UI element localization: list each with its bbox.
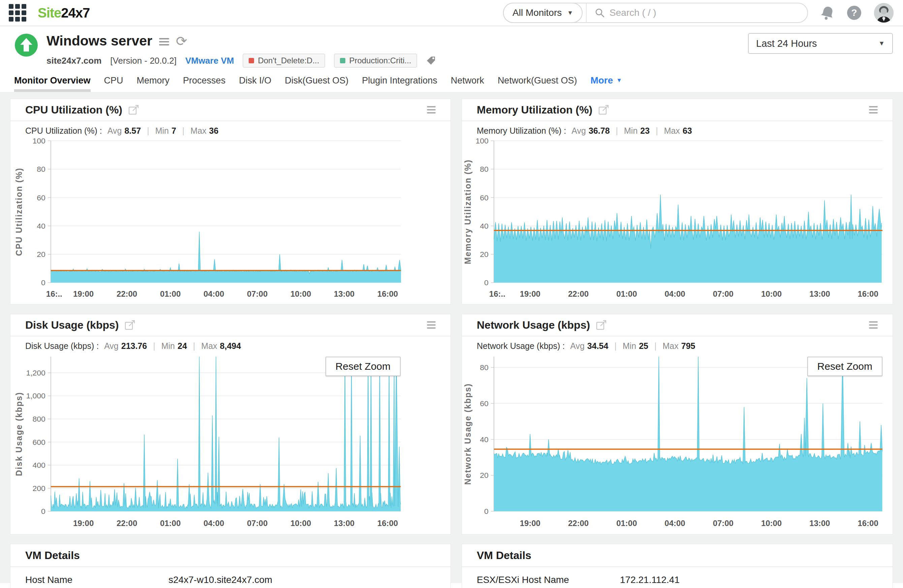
- tab-network[interactable]: Network: [451, 75, 484, 92]
- svg-text:80: 80: [37, 165, 46, 173]
- expand-chart-icon[interactable]: [125, 320, 135, 330]
- svg-text:13:00: 13:00: [809, 519, 830, 528]
- search-input[interactable]: [609, 8, 807, 18]
- network-stats-row: Network Usage (kbps) : Avg34.54 | Min25 …: [462, 336, 892, 351]
- svg-text:80: 80: [480, 363, 489, 372]
- svg-text:04:00: 04:00: [203, 289, 224, 298]
- tab-processes[interactable]: Processes: [183, 75, 225, 92]
- panel-title: CPU Utilization (%): [25, 104, 122, 116]
- tag-icon[interactable]: [426, 56, 436, 66]
- disk-stats-row: Disk Usage (kbps) : Avg213.76 | Min24 | …: [11, 336, 450, 351]
- tab-plugin-integrations[interactable]: Plugin Integrations: [362, 75, 437, 92]
- svg-text:16:00: 16:00: [857, 519, 878, 528]
- svg-text:07:00: 07:00: [713, 519, 733, 528]
- monitor-version: [Version - 20.0.2]: [110, 56, 176, 66]
- site24x7-logo[interactable]: Site24x7: [38, 5, 90, 20]
- panel-menu-icon[interactable]: [869, 321, 878, 329]
- tag-label: Don't_Delete:D...: [258, 56, 319, 65]
- svg-text:04:00: 04:00: [664, 519, 685, 528]
- tab-monitor-overview[interactable]: Monitor Overview: [14, 75, 91, 92]
- tab-disk-io[interactable]: Disk I/O: [239, 75, 271, 92]
- tag-dont-delete[interactable]: Don't_Delete:D...: [242, 53, 325, 68]
- svg-text:800: 800: [33, 415, 46, 423]
- svg-text:16:..: 16:..: [46, 289, 62, 298]
- tag-color-dot: [249, 58, 254, 63]
- dashboard-grid: CPU Utilization (%) CPU Utilization (%) …: [0, 92, 903, 583]
- time-range-dropdown[interactable]: Last 24 Hours ▼: [748, 33, 893, 54]
- panel-menu-icon[interactable]: [427, 321, 436, 329]
- tab-disk-guest-os[interactable]: Disk(Guest OS): [285, 75, 348, 92]
- refresh-icon[interactable]: ⟳: [176, 36, 187, 47]
- search-icon: [595, 8, 605, 18]
- tab-network-guest-os[interactable]: Network(Guest OS): [498, 75, 577, 92]
- expand-chart-icon[interactable]: [128, 104, 139, 115]
- cpu-stats-row: CPU Utilization (%) : Avg8.57 | Min7 | M…: [11, 121, 450, 136]
- notification-bell-icon[interactable]: [821, 5, 834, 20]
- svg-text:22:00: 22:00: [116, 289, 137, 298]
- vmware-vm-link[interactable]: VMware VM: [185, 56, 234, 66]
- panel-menu-icon[interactable]: [869, 106, 878, 113]
- tab-more[interactable]: More ▼: [590, 75, 622, 92]
- svg-text:22:00: 22:00: [116, 519, 137, 528]
- monitor-scope-label: All Monitors: [513, 8, 562, 18]
- monitor-scope-dropdown[interactable]: All Monitors ▼: [503, 3, 582, 23]
- svg-text:10:00: 10:00: [761, 289, 782, 298]
- svg-text:10:00: 10:00: [761, 519, 782, 528]
- svg-text:22:00: 22:00: [568, 289, 588, 298]
- svg-text:10:00: 10:00: [291, 289, 311, 298]
- panel-title: Network Usage (kbps): [477, 319, 590, 331]
- svg-text:Network Usage (kbps): Network Usage (kbps): [463, 383, 472, 485]
- reset-zoom-button[interactable]: Reset Zoom: [326, 357, 401, 376]
- svg-text:04:00: 04:00: [203, 519, 224, 528]
- vm-detail-label: ESX/ESXi Host Name: [477, 574, 620, 585]
- monitor-menu-icon[interactable]: [159, 37, 169, 45]
- disk-usage-panel: Disk Usage (kbps) Disk Usage (kbps) : Av…: [10, 314, 451, 535]
- svg-text:13:00: 13:00: [334, 289, 354, 298]
- memory-utilization-chart[interactable]: 02040608010016:..19:0022:0001:0004:0007:…: [462, 136, 892, 304]
- chevron-down-icon: ▼: [567, 9, 573, 17]
- cpu-utilization-panel: CPU Utilization (%) CPU Utilization (%) …: [10, 99, 451, 304]
- svg-text:22:00: 22:00: [568, 519, 588, 528]
- network-usage-chart[interactable]: 02040608019:0022:0001:0004:0007:0010:001…: [462, 351, 892, 534]
- panel-menu-icon[interactable]: [427, 106, 436, 113]
- panel-title: Memory Utilization (%): [477, 104, 592, 116]
- vm-detail-value: 172.21.112.41: [620, 574, 680, 585]
- vm-details-title: VM Details: [462, 544, 892, 566]
- svg-text:CPU Utilization (%): CPU Utilization (%): [14, 167, 24, 256]
- svg-text:07:00: 07:00: [713, 289, 733, 298]
- svg-text:Memory Utilization (%): Memory Utilization (%): [463, 159, 472, 264]
- app-grid-icon[interactable]: [9, 4, 26, 22]
- global-search: All Monitors ▼: [503, 3, 808, 23]
- svg-text:19:00: 19:00: [520, 519, 540, 528]
- cpu-utilization-chart[interactable]: 02040608010016:..19:0022:0001:0004:0007:…: [11, 136, 450, 304]
- svg-text:01:00: 01:00: [616, 519, 637, 528]
- disk-usage-chart[interactable]: 02004006008001,0001,20019:0022:0001:0004…: [11, 351, 450, 534]
- tag-label: Production:Criti...: [349, 56, 411, 65]
- svg-text:13:00: 13:00: [809, 289, 830, 298]
- svg-text:80: 80: [480, 165, 489, 173]
- monitor-tabs: Monitor Overview CPU Memory Processes Di…: [0, 68, 903, 92]
- panel-title: Disk Usage (kbps): [25, 319, 119, 331]
- page-title: Windows server: [47, 33, 152, 49]
- svg-text:0: 0: [41, 278, 46, 287]
- vm-details-title: VM Details: [11, 544, 450, 566]
- help-icon[interactable]: ?: [847, 6, 861, 20]
- vm-detail-label: Host Name: [25, 574, 168, 585]
- svg-text:20: 20: [480, 471, 489, 480]
- svg-text:01:00: 01:00: [616, 289, 637, 298]
- svg-text:40: 40: [37, 222, 46, 230]
- tab-memory[interactable]: Memory: [137, 75, 170, 92]
- chevron-down-icon: ▼: [616, 77, 622, 84]
- svg-text:13:00: 13:00: [334, 519, 354, 528]
- svg-text:19:00: 19:00: [73, 289, 94, 298]
- tab-cpu[interactable]: CPU: [104, 75, 123, 92]
- avatar[interactable]: [874, 3, 894, 23]
- expand-chart-icon[interactable]: [598, 104, 609, 115]
- logo-24x7: 24x7: [61, 5, 90, 20]
- svg-text:07:00: 07:00: [247, 519, 267, 528]
- svg-text:400: 400: [33, 461, 46, 469]
- svg-text:60: 60: [480, 193, 489, 202]
- reset-zoom-button[interactable]: Reset Zoom: [807, 357, 883, 376]
- expand-chart-icon[interactable]: [596, 320, 607, 330]
- tag-production[interactable]: Production:Criti...: [334, 53, 417, 68]
